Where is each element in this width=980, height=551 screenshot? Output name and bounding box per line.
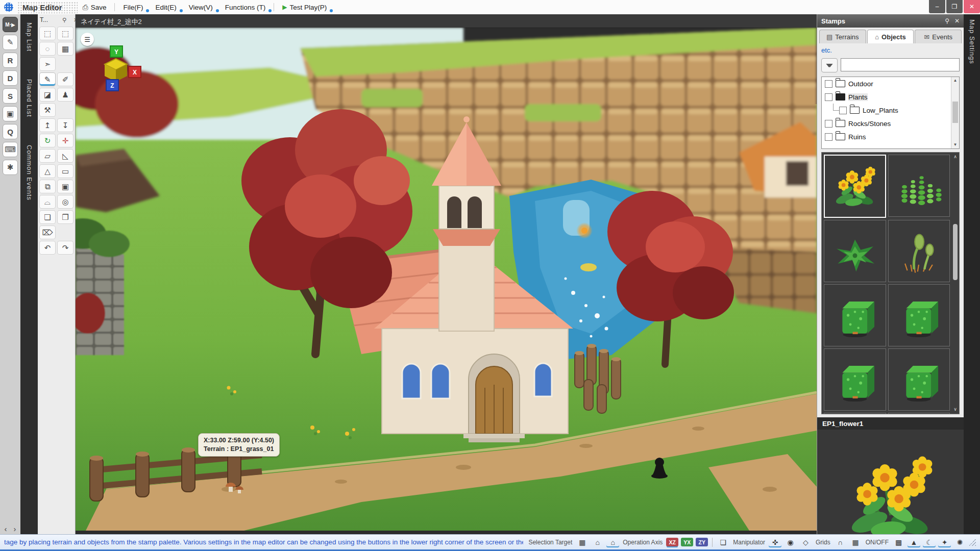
grid-icon[interactable]: ▦ xyxy=(849,537,862,547)
tool-button[interactable]: ▭ xyxy=(57,164,74,178)
axis-cube[interactable]: Y X Z xyxy=(88,42,144,98)
tool-button[interactable]: ⚒ xyxy=(39,103,56,117)
tool-button[interactable]: ❐ xyxy=(57,210,74,224)
tool-button[interactable]: ◎ xyxy=(57,195,74,209)
tool-button[interactable]: ⧉ xyxy=(39,180,56,193)
terrain-target-icon[interactable]: ⌂ xyxy=(591,537,604,547)
tree-row[interactable]: Plants xyxy=(822,90,959,104)
tool-button[interactable]: ▱ xyxy=(39,149,56,163)
tool-button[interactable] xyxy=(57,57,74,71)
tree-row[interactable]: Low_Plants xyxy=(822,104,959,117)
map-viewport[interactable]: ネイテイ村_2_途中2 xyxy=(76,14,817,534)
tool-button[interactable]: ♟ xyxy=(57,88,74,102)
map-tab[interactable]: ネイテイ村_2_途中2 xyxy=(76,16,142,26)
rail-icon[interactable]: Q xyxy=(3,124,18,139)
view-gizmo[interactable]: ☰ Y X Z xyxy=(81,33,137,89)
stamp-thumbnail[interactable] xyxy=(824,284,886,346)
menu-item[interactable]: View(V) xyxy=(184,3,218,12)
resize-grip[interactable] xyxy=(969,539,976,546)
tool-button[interactable]: ↥ xyxy=(39,118,56,132)
close-icon[interactable]: ✕ xyxy=(954,17,960,24)
stamps-tab[interactable]: ▤Terrains xyxy=(819,30,866,43)
rail-icon[interactable]: S xyxy=(3,88,18,104)
checkbox[interactable] xyxy=(825,80,832,88)
tool-button[interactable]: ▦ xyxy=(57,42,74,56)
moon-icon[interactable]: ☾ xyxy=(923,537,936,547)
stamp-thumbnail[interactable] xyxy=(824,413,886,414)
etc-link[interactable]: etc. xyxy=(817,43,964,55)
tool-button[interactable]: ↧ xyxy=(57,118,74,132)
stamp-thumbnail[interactable] xyxy=(824,155,886,218)
tool-button[interactable]: ◌ xyxy=(39,42,56,56)
tool-button[interactable]: ⌦ xyxy=(39,226,56,239)
axis-button[interactable]: YX xyxy=(681,538,693,546)
tool-button[interactable]: ↷ xyxy=(57,241,74,255)
minimize-button[interactable]: – xyxy=(929,0,945,13)
scroll-down-arrow[interactable]: ∨ xyxy=(951,406,959,413)
tree-row[interactable]: Rocks/Stones xyxy=(822,117,959,130)
side-tab[interactable]: Common Events xyxy=(26,145,33,201)
save-button[interactable]: ⎙ Save xyxy=(78,2,112,13)
tool-button[interactable]: ✛ xyxy=(57,134,74,147)
rail-icon[interactable]: D xyxy=(3,70,18,86)
light-icon[interactable]: ▲ xyxy=(908,537,920,547)
tool-button[interactable]: ◺ xyxy=(57,149,74,163)
stamp-search-input[interactable] xyxy=(841,58,960,71)
tool-button[interactable]: ▣ xyxy=(57,180,74,193)
object-target-icon[interactable]: ⌂ xyxy=(606,537,619,547)
tool-button[interactable] xyxy=(57,226,74,239)
checkbox[interactable] xyxy=(825,93,832,101)
rotate-manipulator-icon[interactable]: ◉ xyxy=(784,537,797,547)
tool-button[interactable]: ❏ xyxy=(39,210,56,224)
scroll-right-arrow[interactable]: › xyxy=(14,524,16,533)
tool-button[interactable] xyxy=(57,103,74,117)
checkbox[interactable] xyxy=(825,120,832,128)
stamp-thumbnail[interactable] xyxy=(888,155,950,217)
side-tab[interactable]: Placed List xyxy=(26,79,33,117)
pin-icon[interactable]: ⚲ xyxy=(62,17,66,23)
tree-scrollbar[interactable]: ▲ ▼ xyxy=(951,77,959,148)
scene-canvas[interactable]: X:33.00 Z:59.00 (Y:4.50) Terrain : EP1_g… xyxy=(76,28,817,531)
tool-button[interactable]: ⬚ xyxy=(57,27,74,40)
side-tab[interactable]: Map List xyxy=(26,22,33,52)
scroll-thumb[interactable] xyxy=(953,224,958,280)
axis-button[interactable]: XZ xyxy=(666,538,678,546)
stamp-thumbnail[interactable] xyxy=(824,220,886,282)
menu-item[interactable]: Functions (T) xyxy=(220,3,271,12)
tool-button[interactable]: ↻ xyxy=(39,134,56,147)
rail-icon[interactable]: ⌨ xyxy=(3,142,18,157)
selection-grid-icon[interactable]: ▦ xyxy=(576,537,589,547)
rail-icon[interactable]: M·▶ xyxy=(3,17,18,32)
scroll-up-arrow[interactable]: ▲ xyxy=(951,77,959,84)
stamp-thumbnail[interactable] xyxy=(824,348,886,411)
filter-button[interactable] xyxy=(821,58,838,72)
tool-button[interactable]: ↶ xyxy=(39,241,56,255)
scroll-down-arrow[interactable]: ▼ xyxy=(951,141,959,148)
stamp-thumbnail[interactable] xyxy=(888,413,950,414)
sparkle-icon[interactable]: ✦ xyxy=(938,537,951,547)
close-button[interactable]: ✕ xyxy=(964,0,980,13)
map-settings-tab[interactable]: Map Settings xyxy=(968,19,976,64)
stamp-thumbnail[interactable] xyxy=(888,220,950,282)
grid-scrollbar[interactable]: ∧ ∨ xyxy=(951,153,959,414)
menu-item[interactable]: File(F) xyxy=(118,3,148,12)
stamp-thumbnail[interactable] xyxy=(888,284,950,346)
tree-row[interactable]: Ruins xyxy=(822,130,959,143)
layers-icon[interactable]: ❏ xyxy=(717,537,729,547)
stamps-tab[interactable]: ✉Events xyxy=(915,30,962,43)
tool-button[interactable]: ➣ xyxy=(39,57,56,71)
tool-button[interactable]: ⌓ xyxy=(39,195,56,209)
tool-button[interactable]: ✎ xyxy=(39,72,56,86)
tool-button[interactable]: ✐ xyxy=(57,72,74,86)
checkbox[interactable] xyxy=(825,133,832,141)
scroll-thumb[interactable] xyxy=(952,102,958,123)
scale-manipulator-icon[interactable]: ◇ xyxy=(799,537,812,547)
rail-icon[interactable]: R xyxy=(3,53,18,68)
creature-icon[interactable]: ✺ xyxy=(953,537,966,547)
tool-button[interactable]: △ xyxy=(39,164,56,178)
stamp-thumbnail[interactable] xyxy=(888,348,950,411)
grid-toggle-icon[interactable]: ▩ xyxy=(892,537,905,547)
rail-icon[interactable]: ✎ xyxy=(3,35,18,50)
stamps-tab[interactable]: ⌂Objects xyxy=(867,30,914,43)
rail-icon[interactable]: ✱ xyxy=(3,160,18,175)
